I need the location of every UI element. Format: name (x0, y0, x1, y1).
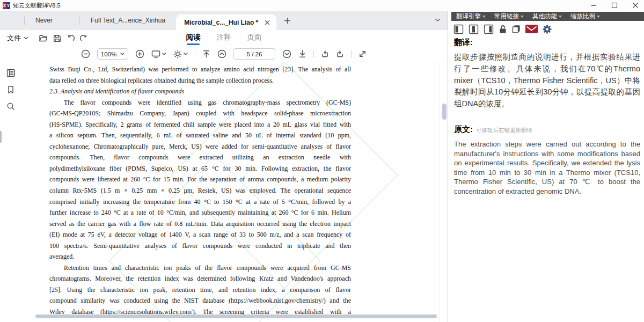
document-line[interactable]: compounds were liberated at 260 °C for 1… (49, 174, 351, 185)
document-line[interactable]: (GC-MS-QP2010S; Shimadzu Company, Japan)… (49, 108, 351, 119)
page-display-mode-dropdown[interactable] (151, 50, 166, 58)
tab-label: Never (35, 17, 53, 24)
tab-label: Full Text_A...ence_Xinhua (91, 17, 165, 24)
document-line[interactable]: a silicon septum. Then, sequentially, 6 … (49, 130, 351, 141)
translation-text[interactable]: 提取步骤按照制造商的说明进行，并根据实验结果进行了一些修改。具体来说，我们在70… (454, 52, 640, 110)
brightness-dropdown[interactable] (173, 50, 188, 58)
document-line[interactable]: Retention times and characteristic ion p… (49, 262, 351, 274)
tab-annotation[interactable]: 注释 (217, 31, 231, 46)
zoom-in-icon[interactable] (135, 49, 144, 58)
pdf-sidebar (0, 62, 21, 111)
menu-other-functions[interactable]: 其他功能 (532, 12, 562, 20)
undo-icon[interactable] (67, 34, 75, 42)
layout-right-icon[interactable] (484, 24, 494, 34)
document-line[interactable]: (EI) mode at 75 eV, a detector voltage o… (49, 229, 351, 240)
app-logo-icon: ZY (3, 2, 10, 9)
pdf-toolbar: 100% (0, 46, 448, 62)
tab-overflow-chevron-icon[interactable] (435, 18, 441, 22)
new-tab-button[interactable] (284, 17, 291, 24)
document-line[interactable]: [25]. Using the characteristic ion peak,… (49, 284, 351, 296)
close-button[interactable] (632, 2, 639, 9)
chevron-down-icon (120, 53, 125, 55)
rotate-right-icon[interactable] (336, 50, 344, 58)
mail-icon[interactable] (525, 25, 538, 33)
bookmark-icon[interactable] (7, 85, 14, 94)
settings-gear-icon[interactable] (543, 25, 552, 34)
document-line[interactable]: compounds. Then, flavor compounds were e… (49, 152, 351, 163)
document-line[interactable]: chromatograms. Moreover, the retention i… (49, 273, 351, 284)
previous-page-icon[interactable] (217, 49, 226, 58)
zoom-level-dropdown[interactable]: 100% (97, 48, 128, 60)
chevron-down-icon (24, 36, 28, 40)
menu-translation-engine[interactable]: 翻译引擎 (456, 12, 486, 20)
unlock-icon[interactable] (499, 25, 507, 34)
next-page-icon[interactable] (282, 49, 291, 58)
document-tabbar: Never Full Text_A...ence_Xinhua Microbia… (0, 11, 448, 30)
thumbnails-outline-icon[interactable] (6, 69, 16, 77)
menu-common-links[interactable]: 常用链接 (494, 12, 524, 20)
chevron-down-icon (184, 53, 188, 55)
document-line[interactable]: (HS-SPME). Specifically, 2 grams of ferm… (49, 119, 351, 130)
document-line[interactable]: column Rtx-5MS (1.5 m × 0.25 mm × 0.25 μ… (49, 185, 351, 196)
maximize-button[interactable] (611, 2, 618, 9)
copy-icon[interactable] (512, 25, 521, 33)
save-icon[interactable] (53, 34, 61, 42)
caret-down-icon (597, 16, 600, 18)
tab-annotation-label: 注释 (217, 33, 231, 41)
redo-icon[interactable] (80, 34, 88, 42)
open-folder-icon[interactable] (39, 34, 48, 42)
document-line[interactable]: The flavor compounds were identified usi… (49, 97, 351, 108)
rotate-left-icon[interactable] (321, 50, 329, 58)
tab-read-label: 阅读 (186, 33, 201, 41)
zoom-out-icon[interactable] (81, 49, 90, 58)
document-line[interactable]: cyclohexanone; Chromatographically pure,… (49, 141, 351, 152)
document-line[interactable]: further increase to 240 °C at a rate of … (49, 207, 351, 218)
translation-label: 翻译: (454, 38, 640, 48)
vertical-scrollbar-thumb[interactable] (442, 104, 447, 120)
pdf-content-area: Swiss Buqi Co., Ltd, Switzerland) was pe… (0, 62, 448, 322)
original-text[interactable]: The extraction steps were carried out ac… (454, 140, 640, 196)
tab-page[interactable]: 页面 (247, 31, 262, 46)
page-number-input[interactable] (233, 48, 275, 60)
file-menu[interactable]: 文件 (0, 33, 28, 43)
document-line[interactable]: served as the carrier gas with a flow ra… (49, 218, 351, 230)
document-line[interactable]: compound similarity was conducted using … (49, 295, 351, 306)
tab-never[interactable]: Never (25, 11, 63, 30)
document-line[interactable]: Swiss Buqi Co., Ltd, Switzerland) was pe… (49, 64, 351, 75)
original-label: 原文: (454, 125, 473, 135)
caret-down-icon (559, 16, 562, 18)
tab-microbial-active[interactable]: Microbial_c..._Hui Liao * (176, 14, 276, 30)
toolbar-divider (313, 50, 314, 58)
brightness-sun-icon (173, 50, 182, 58)
menu-zoom-ratio[interactable]: 缩放比例 (570, 12, 600, 20)
tab-page-label: 页面 (247, 33, 262, 41)
tab-close-icon[interactable] (265, 20, 270, 25)
layout-left-icon[interactable] (453, 24, 464, 34)
menu-divider (34, 34, 34, 42)
document-line[interactable]: polydimethylsiloxane fiber (PDMS, Supelc… (49, 163, 351, 174)
caret-down-icon (521, 16, 524, 18)
tab-read[interactable]: 阅读 (186, 31, 201, 46)
toolbar-divider (195, 50, 195, 58)
vertical-scrollbar[interactable] (440, 62, 447, 322)
section-heading[interactable]: 2.3. Analysis and identification of flav… (49, 86, 351, 97)
tab-fulltext[interactable]: Full Text_A...ence_Xinhua (80, 11, 176, 30)
document-line[interactable]: 100 spectra/s. Semi-quantitative analyse… (49, 240, 351, 252)
go-to-top-icon[interactable] (202, 50, 210, 58)
search-icon[interactable] (6, 102, 15, 111)
horizontal-scrollbar-thumb[interactable] (35, 314, 437, 318)
tab-label: Microbial_c..._Hui Liao * (184, 19, 258, 26)
document-line[interactable]: averaged. (49, 251, 351, 262)
pdf-page-text[interactable]: Swiss Buqi Co., Ltd, Switzerland) was pe… (49, 64, 351, 318)
document-line[interactable]: data relied on three biological replicat… (49, 75, 351, 86)
panel-resize-handle[interactable] (0, 131, 2, 143)
menu-label: 其他功能 (532, 12, 557, 20)
file-menu-label: 文件 (7, 33, 21, 43)
go-to-bottom-icon[interactable] (298, 50, 306, 58)
pdf-pane: Never Full Text_A...ence_Xinhua Microbia… (0, 11, 448, 322)
app-title: 知云文献翻译V8.5 (13, 2, 61, 10)
layout-middle-icon[interactable] (469, 24, 479, 34)
minimize-button[interactable] (590, 2, 597, 9)
expand-fullscreen-icon[interactable] (358, 50, 367, 58)
document-line[interactable]: comprised initially increasing the tempe… (49, 196, 351, 208)
